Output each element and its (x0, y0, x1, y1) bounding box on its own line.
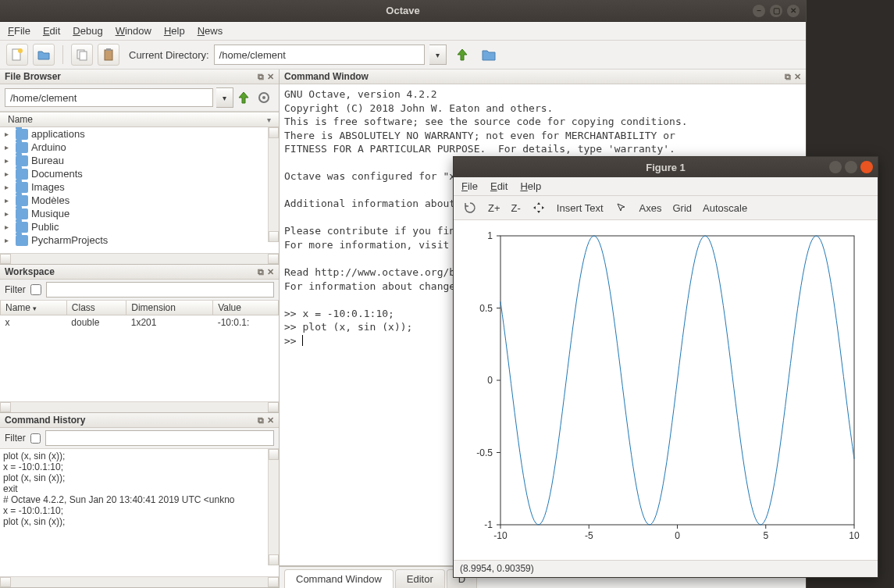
bottom-tab[interactable]: Command Window (284, 569, 394, 588)
file-browser-item[interactable]: ▸Bureau (0, 154, 279, 167)
panel-close-icon[interactable]: ✕ (794, 72, 801, 82)
workspace-column-header[interactable]: Class (66, 301, 126, 315)
file-browser-vscrollbar[interactable] (268, 127, 279, 242)
figure-minimize-button[interactable] (829, 161, 842, 173)
panel-undock-icon[interactable]: ⧉ (258, 72, 264, 82)
main-toolbar: Current Directory: /home/clement ▾ (0, 41, 806, 69)
file-browser-path-value: /home/clement (10, 92, 77, 104)
file-browser-item[interactable]: ▸Documents (0, 167, 279, 180)
figure-menu-edit[interactable]: Edit (490, 180, 508, 192)
directory-up-button[interactable] (451, 44, 473, 66)
copy-button[interactable] (71, 44, 93, 66)
expand-arrow-icon[interactable]: ▸ (5, 156, 12, 165)
workspace-row[interactable]: xdouble1x201-10:0.1: (1, 315, 279, 330)
expand-arrow-icon[interactable]: ▸ (5, 209, 12, 218)
workspace-filter-input[interactable] (46, 282, 274, 298)
plot-area[interactable]: -10-50510-1-0.500.51 (454, 220, 878, 560)
cursor-icon[interactable] (614, 201, 629, 215)
command-history-item[interactable]: plot (x, sin (x)); (3, 472, 276, 483)
file-browser-path-input[interactable]: /home/clement (5, 88, 213, 107)
panel-close-icon[interactable]: ✕ (267, 267, 274, 277)
file-browser-item[interactable]: ▸applications (0, 127, 279, 141)
file-browser-item[interactable]: ▸PycharmProjects (0, 233, 279, 247)
open-file-button[interactable] (33, 44, 55, 66)
file-browser-item[interactable]: ▸Images (0, 180, 279, 194)
menu-help[interactable]: Help (164, 25, 185, 37)
menu-edit[interactable]: Edit (43, 25, 60, 37)
window-maximize-button[interactable]: ▢ (770, 5, 782, 17)
panel-close-icon[interactable]: ✕ (267, 72, 274, 82)
browse-directory-button[interactable] (478, 44, 500, 66)
file-browser-item[interactable]: ▸Public (0, 220, 279, 233)
expand-arrow-icon[interactable]: ▸ (5, 196, 12, 205)
left-column: File Browser ⧉ ✕ /home/clement ▾ (0, 69, 280, 588)
command-history-item[interactable]: exit (3, 483, 276, 494)
folder-icon (16, 208, 28, 219)
workspace-column-header[interactable]: Dimension (126, 301, 213, 315)
command-history-hscrollbar[interactable] (0, 576, 279, 587)
file-browser-item[interactable]: ▸Arduino (0, 141, 279, 154)
chevron-down-icon: ▾ (267, 116, 271, 124)
figure-window: Figure 1 File Edit Help Z+ Z- Insert Tex… (453, 156, 878, 578)
expand-arrow-icon[interactable]: ▸ (5, 236, 12, 244)
new-file-button[interactable] (6, 44, 28, 66)
command-history-vscrollbar[interactable] (268, 449, 279, 565)
panel-close-icon[interactable]: ✕ (267, 415, 274, 426)
autoscale-button[interactable]: Autoscale (703, 202, 747, 214)
figure-menu-file[interactable]: File (461, 180, 478, 192)
command-history-filter-input[interactable] (45, 430, 274, 446)
paste-button[interactable] (98, 44, 119, 66)
pan-icon[interactable] (532, 201, 546, 215)
zoom-out-button[interactable]: Z- (511, 202, 521, 214)
command-history-filter-checkbox[interactable] (30, 433, 41, 444)
figure-maximize-button[interactable] (845, 161, 857, 173)
axes-button[interactable]: Axes (639, 202, 662, 214)
menu-debug[interactable]: Debug (73, 25, 102, 37)
current-directory-input[interactable]: /home/clement (214, 45, 425, 65)
window-minimize-button[interactable]: – (753, 5, 765, 17)
panel-undock-icon[interactable]: ⧉ (258, 415, 264, 426)
file-browser-item[interactable]: ▸Modèles (0, 194, 279, 207)
file-browser-column-header[interactable]: Name ▾ (0, 112, 279, 127)
command-history-item[interactable]: x = -10:0.1:10; (3, 461, 276, 472)
expand-arrow-icon[interactable]: ▸ (5, 130, 12, 138)
insert-text-button[interactable]: Insert Text (557, 202, 604, 214)
workspace-hscrollbar[interactable] (0, 401, 279, 412)
command-history-list[interactable]: plot (x, sin (x));x = -10:0.1:10;plot (x… (0, 449, 279, 529)
menu-news[interactable]: News (198, 25, 223, 37)
folder-icon (16, 129, 28, 140)
menu-window[interactable]: Window (116, 25, 151, 37)
command-history-item[interactable]: plot (x, sin (x)); (3, 516, 276, 527)
file-browser-up-button[interactable] (237, 91, 254, 105)
command-history-item[interactable]: plot (x, sin (x)); (3, 451, 276, 461)
menubar: FFile Edit Debug Window Help News (0, 22, 806, 41)
file-browser-hscrollbar[interactable] (0, 253, 279, 264)
file-browser-path-dropdown[interactable]: ▾ (216, 87, 233, 108)
file-browser-settings-button[interactable] (257, 91, 274, 105)
workspace-column-header[interactable]: Value (213, 301, 279, 315)
expand-arrow-icon[interactable]: ▸ (5, 183, 12, 191)
command-history-item[interactable]: x = -10:0.1:10; (3, 505, 276, 516)
workspace-column-header[interactable]: Name ▾ (1, 301, 67, 315)
grid-button[interactable]: Grid (672, 202, 692, 214)
file-browser-item[interactable]: ▸Musique (0, 207, 279, 220)
panel-undock-icon[interactable]: ⧉ (258, 267, 264, 277)
workspace-filter-checkbox[interactable] (30, 284, 41, 295)
figure-close-button[interactable] (860, 161, 873, 173)
menu-file[interactable]: FFile (8, 25, 30, 37)
zoom-in-button[interactable]: Z+ (488, 202, 500, 214)
panel-undock-icon[interactable]: ⧉ (785, 72, 791, 82)
expand-arrow-icon[interactable]: ▸ (5, 143, 12, 151)
file-browser-item-label: Bureau (31, 155, 64, 166)
current-directory-dropdown[interactable]: ▾ (429, 45, 447, 65)
bottom-tab[interactable]: Editor (395, 569, 445, 588)
rotate-icon[interactable] (463, 201, 477, 215)
figure-menu-help[interactable]: Help (520, 180, 541, 192)
command-history-item[interactable]: # Octave 4.2.2, Sun Jan 20 13:40:41 2019… (3, 494, 276, 505)
expand-arrow-icon[interactable]: ▸ (5, 223, 12, 231)
figure-status: (8.9954, 0.90359) (454, 560, 878, 577)
workspace-cell: double (66, 315, 126, 330)
window-close-button[interactable]: ✕ (787, 5, 800, 17)
expand-arrow-icon[interactable]: ▸ (5, 169, 12, 178)
folder-icon (16, 235, 28, 246)
